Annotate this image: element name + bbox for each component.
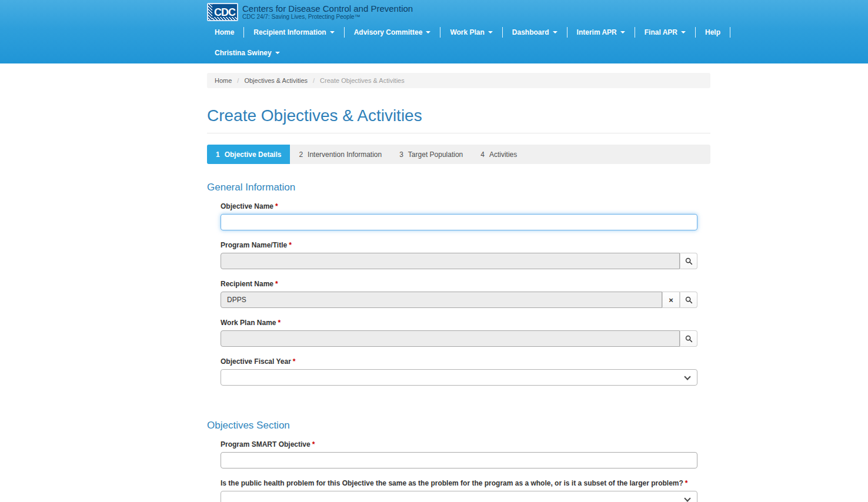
logo-stripes-left	[208, 4, 212, 20]
user-nav: Christina Swiney	[207, 42, 760, 63]
recipient-name-label: Recipient Name*	[221, 280, 697, 288]
search-icon	[685, 257, 693, 265]
cdc-logo[interactable]: CDC	[207, 3, 238, 21]
wizard-tabs: 1 Objective Details 2 Intervention Infor…	[207, 145, 710, 164]
cdc-logo-text: CDC	[214, 7, 237, 18]
work-plan-name-input[interactable]	[221, 330, 680, 347]
nav-separator	[730, 27, 730, 38]
page-title: Create Objectives & Activities	[207, 106, 710, 125]
program-name-input[interactable]	[221, 253, 680, 269]
tab-label: Activities	[489, 150, 517, 159]
required-asterisk: *	[275, 202, 278, 210]
program-name-input-group	[221, 253, 697, 269]
tab-target-population[interactable]: 3 Target Population	[390, 145, 472, 164]
search-icon	[685, 296, 693, 304]
required-asterisk: *	[312, 440, 315, 449]
nav-item-interim-apr[interactable]: Interim APR	[567, 22, 635, 42]
caret-down-icon	[275, 52, 280, 54]
tab-activities[interactable]: 4 Activities	[472, 145, 526, 164]
brand-title: Centers for Disease Control and Preventi…	[242, 4, 413, 14]
nav-label: Help	[705, 28, 720, 36]
general-information-heading: General Information	[207, 182, 710, 193]
caret-down-icon	[330, 31, 335, 34]
breadcrumb-separator: /	[237, 77, 239, 84]
field-public-health-problem: Is the public health problem for this Ob…	[221, 479, 697, 502]
search-icon	[685, 335, 693, 343]
nav-label: Home	[215, 28, 234, 36]
site-header: CDC Centers for Disease Control and Prev…	[0, 0, 868, 63]
field-program-smart-objective: Program SMART Objective*	[221, 440, 697, 468]
caret-down-icon	[553, 31, 557, 34]
label-text: Program Name/Title	[221, 241, 287, 249]
required-asterisk: *	[685, 479, 688, 487]
nav-item-work-plan[interactable]: Work Plan	[440, 22, 502, 42]
label-text: Work Plan Name	[221, 319, 276, 327]
recipient-name-clear-button[interactable]: ×	[662, 292, 680, 308]
breadcrumb: Home / Objectives & Activities / Create …	[207, 73, 710, 88]
recipient-name-input[interactable]	[221, 292, 662, 308]
breadcrumb-current: Create Objectives & Activities	[320, 77, 405, 84]
field-program-name: Program Name/Title*	[221, 241, 697, 269]
breadcrumb-objectives-activities[interactable]: Objectives & Activities	[244, 77, 308, 84]
nav-item-recipient-information[interactable]: Recipient Information	[244, 22, 343, 42]
objective-fiscal-year-select[interactable]	[221, 369, 697, 386]
label-text: Program SMART Objective	[221, 440, 311, 449]
nav-label: Dashboard	[512, 28, 549, 36]
caret-down-icon	[620, 31, 625, 34]
label-text: Is the public health problem for this Ob…	[221, 479, 683, 487]
user-menu-label: Christina Swiney	[215, 49, 272, 57]
tab-intervention-information[interactable]: 2 Intervention Information	[290, 145, 390, 164]
objective-fiscal-year-select-wrap	[221, 369, 697, 386]
tab-number: 3	[399, 150, 403, 159]
tab-number: 4	[480, 150, 485, 159]
label-text: Recipient Name	[221, 280, 273, 288]
nav-label: Advisory Committee	[354, 28, 423, 36]
title-divider	[207, 133, 710, 133]
nav-item-home[interactable]: Home	[207, 22, 243, 42]
objectives-section-heading: Objectives Section	[207, 420, 710, 431]
objective-fiscal-year-label: Objective Fiscal Year*	[221, 357, 697, 366]
breadcrumb-home[interactable]: Home	[215, 77, 232, 84]
caret-down-icon	[681, 31, 686, 34]
work-plan-name-input-group	[221, 330, 697, 347]
required-asterisk: *	[293, 357, 296, 366]
objective-name-label: Objective Name*	[221, 202, 697, 210]
required-asterisk: *	[278, 319, 281, 327]
program-smart-objective-input[interactable]	[221, 452, 697, 468]
field-objective-name: Objective Name*	[221, 202, 697, 230]
program-name-search-button[interactable]	[680, 253, 697, 269]
program-name-label: Program Name/Title*	[221, 241, 697, 249]
public-health-problem-select-wrap	[221, 491, 697, 502]
public-health-problem-select[interactable]	[221, 491, 697, 502]
nav-label: Recipient Information	[253, 28, 326, 36]
tab-number: 2	[299, 150, 303, 159]
public-health-problem-label: Is the public health problem for this Ob…	[221, 479, 697, 487]
nav-item-final-apr[interactable]: Final APR	[635, 22, 695, 42]
brand-row: CDC Centers for Disease Control and Prev…	[207, 0, 760, 22]
recipient-name-search-button[interactable]	[680, 292, 697, 308]
nav-item-advisory-committee[interactable]: Advisory Committee	[345, 22, 440, 42]
work-plan-name-label: Work Plan Name*	[221, 319, 697, 327]
tab-objective-details[interactable]: 1 Objective Details	[207, 145, 290, 164]
nav-item-help[interactable]: Help	[696, 22, 730, 42]
caret-down-icon	[488, 31, 493, 34]
nav-label: Work Plan	[450, 28, 484, 36]
breadcrumb-separator: /	[313, 77, 315, 84]
caret-down-icon	[426, 31, 430, 34]
general-information-form: Objective Name* Program Name/Title* Re	[221, 202, 697, 386]
tab-label: Objective Details	[225, 150, 282, 159]
field-objective-fiscal-year: Objective Fiscal Year*	[221, 357, 697, 386]
field-recipient-name: Recipient Name* ×	[221, 280, 697, 308]
objectives-section-form: Program SMART Objective* Is the public h…	[221, 440, 697, 502]
nav-item-dashboard[interactable]: Dashboard	[503, 22, 567, 42]
tab-label: Intervention Information	[308, 150, 382, 159]
work-plan-name-search-button[interactable]	[680, 330, 697, 347]
recipient-name-input-group: ×	[221, 292, 697, 308]
nav-item-user-menu[interactable]: Christina Swiney	[207, 42, 289, 63]
tab-number: 1	[216, 150, 220, 159]
required-asterisk: *	[275, 280, 278, 288]
nav-label: Final APR	[645, 28, 677, 36]
objective-name-input[interactable]	[221, 214, 697, 230]
brand-text: Centers for Disease Control and Preventi…	[242, 4, 413, 21]
label-text: Objective Name	[221, 202, 273, 210]
